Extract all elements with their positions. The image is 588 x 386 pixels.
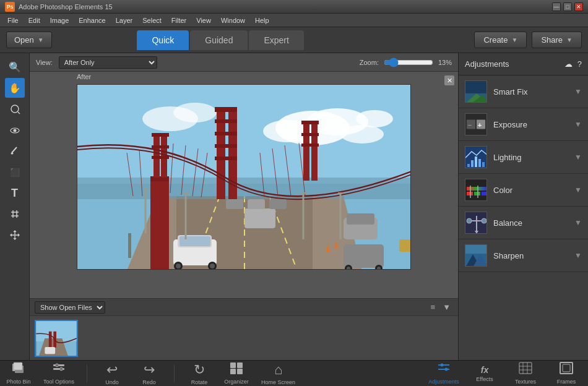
photo-bin-button[interactable]: Photo Bin xyxy=(6,362,31,385)
svg-rect-73 xyxy=(128,233,131,258)
main-area: 🔍 ✋ ⬛ T View: After Only Before Only Bef… xyxy=(0,53,588,360)
bottom-bar: Photo Bin Tool Options ↩ Undo ↪ Redo ↻ R… xyxy=(0,360,588,386)
svg-rect-29 xyxy=(152,133,169,137)
bottom-right-buttons: Adjustments fx Effects Textures Frames xyxy=(428,362,582,385)
maximize-button[interactable]: □ xyxy=(563,2,572,11)
filmstrip-thumbnail[interactable] xyxy=(35,320,78,357)
home-screen-button[interactable]: ⌂ Home Screen xyxy=(261,362,295,385)
adjustments-panel-button[interactable]: Adjustments xyxy=(428,362,459,385)
menu-select[interactable]: Select xyxy=(137,15,166,25)
svg-rect-41 xyxy=(215,132,237,135)
window-controls: — □ ✕ xyxy=(552,2,583,11)
menu-window[interactable]: Window xyxy=(216,15,250,25)
filmstrip-expand-button[interactable]: ▼ xyxy=(440,301,453,313)
filmstrip-buttons: ≡ ▼ xyxy=(428,301,453,313)
svg-rect-130 xyxy=(230,362,236,368)
menu-filter[interactable]: Filter xyxy=(166,15,191,25)
lighting-arrow: ▼ xyxy=(574,153,582,161)
svg-rect-132 xyxy=(230,369,236,374)
undo-button[interactable]: ↩ Undo xyxy=(100,362,124,385)
color-arrow: ▼ xyxy=(574,186,582,194)
menu-file[interactable]: File xyxy=(2,15,24,25)
help-icon[interactable]: ? xyxy=(577,59,582,69)
adjustments-bottom-label: Adjustments xyxy=(428,379,459,385)
share-arrow: ▼ xyxy=(566,36,573,43)
svg-rect-25 xyxy=(150,176,169,270)
quick-select-tool[interactable] xyxy=(5,99,25,119)
create-button[interactable]: Create ▼ xyxy=(474,32,527,48)
svg-point-116 xyxy=(482,218,486,223)
svg-rect-71 xyxy=(248,199,265,209)
svg-rect-35 xyxy=(301,133,319,136)
adjustments-icon xyxy=(437,362,451,377)
svg-rect-70 xyxy=(226,199,243,209)
menu-image[interactable]: Image xyxy=(45,15,74,25)
balance-thumbnail xyxy=(465,212,487,234)
view-select[interactable]: After Only Before Only Before & After - … xyxy=(59,56,157,69)
main-canvas-image xyxy=(77,84,411,270)
balance-label: Balance xyxy=(493,218,568,228)
lighting-label: Lighting xyxy=(493,153,568,162)
exposure-arrow: ▼ xyxy=(574,120,582,129)
share-button[interactable]: Share ▼ xyxy=(532,32,582,48)
crop-tool[interactable] xyxy=(5,204,25,224)
brush-tool[interactable] xyxy=(5,141,25,161)
panel-icons: ☁ ? xyxy=(564,59,582,69)
tab-expert[interactable]: Expert xyxy=(249,30,303,50)
after-label: After xyxy=(77,73,91,80)
svg-point-4 xyxy=(11,153,13,155)
effects-label: Effects xyxy=(476,376,493,382)
close-canvas-button[interactable]: ✕ xyxy=(444,75,454,85)
organizer-button[interactable]: Organizer xyxy=(224,362,249,385)
adjustment-exposure[interactable]: + − Exposure ▼ xyxy=(459,108,588,141)
adjustment-color[interactable]: Color ▼ xyxy=(459,174,588,207)
create-label: Create xyxy=(483,35,508,45)
menu-bar: File Edit Image Enhance Layer Select Fil… xyxy=(0,14,588,27)
effects-icon: fx xyxy=(481,365,488,375)
hand-tool[interactable]: ✋ xyxy=(5,78,25,98)
textures-panel-button[interactable]: Textures xyxy=(510,362,541,385)
menu-layer[interactable]: Layer xyxy=(111,15,138,25)
view-label: View: xyxy=(36,59,53,66)
rotate-button[interactable]: ↻ Rotate xyxy=(187,362,212,385)
open-button[interactable]: Open ▼ xyxy=(6,32,52,48)
adjustment-balance[interactable]: Balance ▼ xyxy=(459,207,588,239)
sharpen-thumbnail xyxy=(465,244,487,267)
adjustment-sharpen[interactable]: Sharpen ▼ xyxy=(459,239,588,272)
smart-fix-arrow: ▼ xyxy=(574,87,582,96)
undo-label: Undo xyxy=(105,379,119,385)
svg-rect-138 xyxy=(519,362,532,374)
tab-guided[interactable]: Guided xyxy=(190,30,248,50)
frames-panel-button[interactable]: Frames xyxy=(551,362,582,385)
menu-edit[interactable]: Edit xyxy=(24,15,45,25)
adjustment-smart-fix[interactable]: Smart Fix ▼ xyxy=(459,75,588,108)
effects-panel-button[interactable]: fx Effects xyxy=(469,365,500,382)
menu-view[interactable]: View xyxy=(191,15,216,25)
move-tool[interactable] xyxy=(5,225,25,245)
minimize-button[interactable]: — xyxy=(552,2,561,11)
svg-rect-40 xyxy=(215,119,237,123)
tool-bar: 🔍 ✋ ⬛ T xyxy=(0,53,30,360)
home-screen-label: Home Screen xyxy=(261,379,295,385)
red-eye-tool[interactable] xyxy=(5,120,25,140)
clone-stamp-tool[interactable]: ⬛ xyxy=(5,162,25,182)
adjustments-title: Adjustments xyxy=(465,59,509,69)
close-button[interactable]: ✕ xyxy=(574,2,583,11)
tab-quick[interactable]: Quick xyxy=(137,30,189,50)
type-tool[interactable]: T xyxy=(5,183,25,203)
svg-text:−: − xyxy=(468,121,472,129)
filmstrip-menu-button[interactable]: ≡ xyxy=(428,301,438,313)
redo-button[interactable]: ↪ Redo xyxy=(137,362,162,385)
tool-options-button[interactable]: Tool Options xyxy=(43,362,74,385)
svg-text:+: + xyxy=(478,121,482,129)
menu-help[interactable]: Help xyxy=(250,15,274,25)
zoom-slider[interactable] xyxy=(384,58,433,67)
adjustment-lighting[interactable]: Lighting ▼ xyxy=(459,141,588,174)
svg-point-60 xyxy=(210,264,215,268)
filmstrip-select[interactable]: Show Open Files Show Folders Show Albums xyxy=(35,301,105,314)
cloud-icon[interactable]: ☁ xyxy=(564,59,573,69)
svg-rect-103 xyxy=(478,159,481,167)
zoom-tool[interactable]: 🔍 xyxy=(5,57,25,77)
share-label: Share xyxy=(541,35,563,45)
menu-enhance[interactable]: Enhance xyxy=(74,15,110,25)
